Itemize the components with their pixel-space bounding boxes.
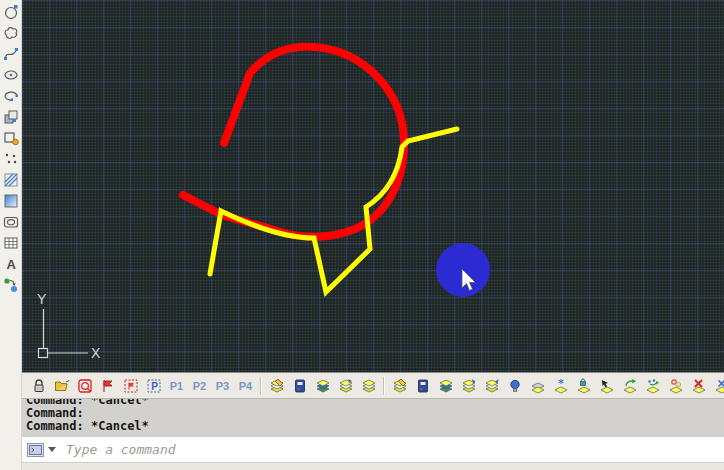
layer-match-icon[interactable] — [595, 375, 618, 397]
open-folder-icon[interactable] — [50, 375, 73, 397]
layer-delete-icon[interactable] — [687, 375, 710, 397]
command-history-line: Command: *Cancel* — [22, 399, 724, 407]
multiline-text-tool-icon[interactable]: A — [1, 253, 21, 274]
layer-on-icon[interactable] — [526, 375, 549, 397]
region-tool-icon[interactable] — [1, 211, 21, 232]
layer-copy-icon[interactable] — [641, 375, 664, 397]
layer-off-flat-icon[interactable] — [549, 375, 572, 397]
red-flag-frame-icon[interactable] — [119, 375, 142, 397]
make-block-tool-icon[interactable] — [1, 127, 21, 148]
draw-toolbar: A — [0, 0, 22, 470]
command-history: Command: *Cancel* Command: Command: *Can… — [22, 399, 724, 437]
spline-tool-icon[interactable] — [1, 43, 21, 64]
command-input-row — [22, 437, 724, 462]
yellow-polyline-entity[interactable] — [210, 129, 457, 292]
gradient-tool-icon[interactable] — [1, 190, 21, 211]
layer-isolate-icon[interactable] — [664, 375, 687, 397]
cad-application-window: Y X — [0, 0, 724, 470]
bottom-toolbar: P P1 P2 P3 P4 — [22, 372, 724, 399]
layer-current-arrow-icon[interactable] — [618, 375, 641, 397]
p1-button[interactable]: P1 — [165, 380, 188, 392]
command-panel: Command: *Cancel* Command: Command: *Can… — [0, 399, 724, 470]
p4-button[interactable]: P4 — [234, 380, 257, 392]
layer-previous-icon[interactable] — [334, 375, 357, 397]
p3-button[interactable]: P3 — [211, 380, 234, 392]
toolbar-separator — [260, 377, 262, 395]
layer-lock-icon[interactable] — [572, 375, 595, 397]
layer-stack-icon[interactable] — [357, 375, 380, 397]
red-polyline-entity[interactable] — [183, 47, 404, 237]
layer-merge-icon[interactable] — [710, 375, 724, 397]
table-tool-icon[interactable] — [1, 232, 21, 253]
ucs-y-label: Y — [37, 291, 47, 307]
point-tool-icon[interactable] — [1, 148, 21, 169]
make-layer-current-icon[interactable] — [388, 375, 411, 397]
p-frame-icon[interactable]: P — [142, 375, 165, 397]
revision-cloud-tool-icon[interactable] — [1, 22, 21, 43]
ucs-icon — [39, 309, 89, 358]
p2-button[interactable]: P2 — [188, 380, 211, 392]
toolbar-separator — [383, 377, 385, 395]
insert-block-tool-icon[interactable] — [1, 106, 21, 127]
red-stamp-icon[interactable] — [73, 375, 96, 397]
command-history-line: Command: *Cancel* — [22, 420, 724, 433]
chevron-down-icon[interactable] — [48, 447, 56, 452]
drawing-canvas[interactable]: Y X — [22, 0, 724, 372]
red-flag-icon[interactable] — [96, 375, 119, 397]
layer-states-icon[interactable] — [288, 375, 311, 397]
layer-freeze-icon[interactable] — [457, 375, 480, 397]
ellipse-arc-tool-icon[interactable] — [1, 85, 21, 106]
ucs-x-label: X — [91, 345, 101, 361]
command-input[interactable] — [64, 441, 724, 458]
layer-thaw-icon[interactable] — [480, 375, 503, 397]
svg-text:A: A — [6, 257, 16, 272]
command-prompt-icon[interactable] — [27, 443, 44, 457]
svg-text:P: P — [151, 380, 158, 391]
circle-tool-icon[interactable] — [1, 1, 21, 22]
layer-bulb-icon[interactable] — [503, 375, 526, 397]
lock-icon[interactable] — [27, 375, 50, 397]
layer-manager-icon[interactable] — [411, 375, 434, 397]
hatch-tool-icon[interactable] — [1, 169, 21, 190]
layer-colors-icon[interactable] — [311, 375, 334, 397]
ellipse-tool-icon[interactable] — [1, 64, 21, 85]
status-strip — [22, 462, 724, 470]
add-selected-tool-icon[interactable] — [1, 274, 21, 295]
layer-properties-icon[interactable] — [265, 375, 288, 397]
layer-colors2-icon[interactable] — [434, 375, 457, 397]
